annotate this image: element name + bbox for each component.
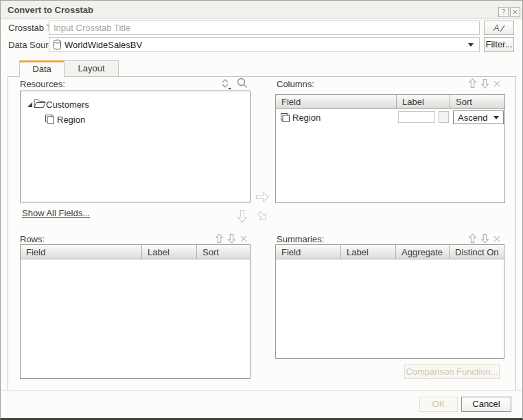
font-icon: A	[491, 22, 507, 34]
columns-table: Field Label Sort Region Ascend	[275, 94, 505, 203]
move-to-columns-arrow-icon[interactable]	[255, 191, 270, 203]
close-icon[interactable]: ✕	[510, 7, 520, 17]
columns-row-label-more-button[interactable]	[439, 111, 449, 123]
column-header-field: Field	[21, 245, 142, 259]
summaries-table: Field Label Aggregate Distinct On	[275, 244, 504, 359]
column-header-distinct-on: Distinct On	[450, 245, 504, 259]
move-to-summaries-arrow-icon[interactable]	[255, 209, 272, 226]
column-header-field: Field	[276, 95, 397, 108]
move-up-icon[interactable]	[468, 78, 477, 89]
summaries-label: Summaries:	[277, 234, 324, 244]
database-icon	[53, 39, 62, 50]
cancel-button[interactable]: Cancel	[461, 397, 511, 412]
columns-row-field: Region	[292, 113, 321, 123]
columns-toolbar	[468, 78, 501, 89]
move-up-icon[interactable]	[215, 233, 224, 244]
dialog-title: Convert to Crosstab	[8, 5, 93, 15]
tree-expand-icon[interactable]	[27, 102, 33, 108]
convert-to-crosstab-dialog: Convert to Crosstab ? ✕ Crosstab Title: …	[0, 0, 523, 420]
move-to-rows-arrow-icon[interactable]	[236, 209, 248, 224]
tab-data[interactable]: Data	[19, 60, 65, 77]
field-icon	[280, 113, 290, 123]
data-source-value: WorldWideSalesBV	[65, 40, 142, 50]
move-down-icon[interactable]	[480, 233, 489, 244]
remove-icon[interactable]	[240, 235, 248, 243]
filter-button[interactable]: Filter...	[484, 37, 514, 52]
tab-layout[interactable]: Layout	[64, 60, 119, 76]
columns-table-row[interactable]: Region Ascend	[276, 109, 504, 126]
ok-button: OK	[419, 397, 458, 412]
column-header-sort: Sort	[197, 245, 250, 259]
crosstab-title-input[interactable]	[49, 21, 480, 35]
chevron-down-icon	[493, 116, 499, 119]
remove-icon[interactable]	[493, 80, 501, 88]
sort-dropdown-value: Ascend	[458, 113, 487, 123]
column-header-label: Label	[341, 245, 396, 259]
summaries-table-header: Field Label Aggregate Distinct On	[276, 245, 504, 259]
move-up-icon[interactable]	[468, 233, 477, 244]
show-all-fields-link[interactable]: Show All Fields...	[22, 208, 90, 218]
search-icon[interactable]	[236, 77, 248, 89]
column-header-sort: Sort	[450, 95, 504, 108]
field-icon	[45, 114, 55, 124]
column-header-label: Label	[397, 95, 450, 108]
rows-table: Field Label Sort	[20, 244, 251, 379]
columns-row-sort-dropdown[interactable]: Ascend	[453, 110, 504, 124]
help-icon[interactable]: ?	[498, 7, 509, 17]
move-down-icon[interactable]	[227, 233, 236, 244]
column-header-aggregate: Aggregate	[396, 245, 450, 259]
resources-tree: Customers Region	[20, 91, 251, 202]
dialog-titlebar: Convert to Crosstab ? ✕	[1, 1, 522, 19]
sort-toggle-icon[interactable]	[220, 78, 232, 90]
chevron-down-icon[interactable]	[468, 43, 474, 47]
columns-label: Columns:	[277, 79, 314, 89]
font-style-button[interactable]: A	[484, 21, 514, 35]
rows-label: Rows:	[20, 234, 45, 244]
rows-toolbar	[215, 233, 248, 244]
rows-table-header: Field Label Sort	[21, 245, 250, 259]
svg-text:A: A	[493, 23, 500, 33]
resources-label: Resources:	[20, 79, 65, 89]
summaries-toolbar	[468, 233, 501, 244]
column-header-label: Label	[142, 245, 197, 259]
columns-row-label-input[interactable]	[398, 111, 435, 123]
tree-item-region[interactable]: Region	[57, 115, 85, 125]
folder-open-icon	[34, 99, 46, 108]
move-down-icon[interactable]	[480, 78, 489, 89]
column-header-field: Field	[276, 245, 341, 259]
columns-table-header: Field Label Sort	[276, 95, 504, 109]
comparison-function-button: Comparison Function...	[404, 364, 500, 379]
remove-icon[interactable]	[493, 235, 501, 243]
data-source-combobox[interactable]: WorldWideSalesBV	[49, 37, 480, 52]
footer-divider	[1, 390, 522, 390]
tree-item-customers[interactable]: Customers	[46, 100, 89, 110]
